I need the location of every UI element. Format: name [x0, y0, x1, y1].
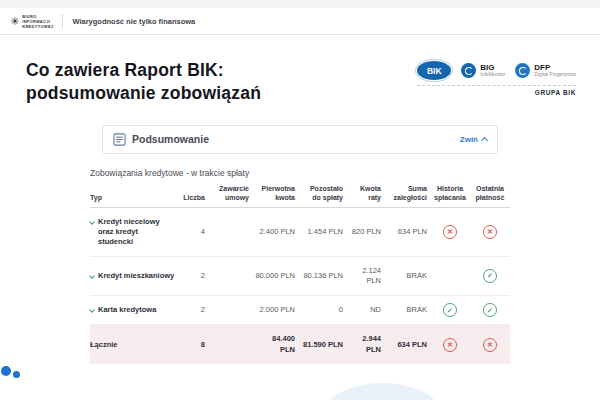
- cell-liczba: 2: [178, 262, 208, 290]
- col-header-zaleglosci: Suma zaległości: [384, 182, 430, 207]
- cell-pierwotna: 2.400 PLN: [252, 218, 298, 246]
- big-logo-icon: [461, 63, 476, 78]
- big-logo-subtitle: InfoMonitor: [480, 72, 505, 78]
- cell-zaleglosci: BRAK: [384, 262, 430, 290]
- cell-zawarcie: [208, 336, 252, 354]
- col-header-historia: Historia spłacania: [430, 182, 470, 207]
- col-header-pozostalo: Pozostało do spłaty: [298, 182, 346, 207]
- hero-section: Co zawiera Raport BIK: podsumowanie zobo…: [0, 35, 600, 105]
- brand-logos: BIK BIG InfoMonitor DFP Digital Fingerpr…: [417, 61, 576, 96]
- summary-panel-header[interactable]: Podsumowanie Zwiń: [102, 125, 498, 154]
- panel-title: Podsumowanie: [132, 133, 209, 145]
- total-label: Łącznie: [90, 340, 118, 350]
- col-header-liczba: Liczba: [178, 191, 208, 207]
- big-infomonitor-logo: BIG InfoMonitor: [461, 63, 505, 78]
- last-payment-status-icon: [483, 303, 497, 317]
- chevron-up-icon: [481, 136, 488, 143]
- cell-pozostalo: 80.136 PLN: [298, 262, 346, 290]
- page-top-margin: [0, 0, 600, 8]
- history-status-icon: [443, 338, 457, 352]
- collapse-label: Zwiń: [460, 135, 478, 144]
- bik-logo[interactable]: BIURO INFORMACJI KREDYTOWEJ: [10, 14, 53, 29]
- page-title: Co zawiera Raport BIK: podsumowanie zobo…: [26, 59, 261, 105]
- last-payment-status-icon: [483, 225, 497, 239]
- bik-logo-line: KREDYTOWEJ: [22, 24, 53, 29]
- row-type-label: Kredyt niecelowy oraz kredyt studencki: [98, 217, 175, 247]
- bik-logo-text: BIURO INFORMACJI KREDYTOWEJ: [22, 14, 53, 29]
- col-header-ostatnia: Ostatnia płatność: [470, 182, 510, 207]
- dfp-logo-icon: [515, 63, 530, 78]
- row-type-label: Kredyt mieszkaniowy: [98, 271, 174, 281]
- last-payment-status-icon: [483, 338, 497, 352]
- header-divider: [62, 14, 63, 28]
- carousel-dot[interactable]: [13, 371, 20, 378]
- row-type-label: Karta kredytowa: [98, 305, 156, 315]
- cell-zaleglosci: BRAK: [384, 296, 430, 324]
- cell-rata: ND: [346, 296, 384, 324]
- collapse-link[interactable]: Zwiń: [460, 135, 487, 144]
- history-status-icon: [443, 269, 457, 283]
- bik-logo-icon: [10, 16, 19, 27]
- cell-pierwotna: 2.000 PLN: [252, 296, 298, 324]
- section-title: Zobowiązania kredytowe - w trakcie spłat…: [90, 168, 510, 178]
- table-row: Kredyt mieszkaniowy 2 80.000 PLN 80.136 …: [90, 257, 510, 296]
- top-bar: BIURO INFORMACJI KREDYTOWEJ Wiarygodność…: [0, 8, 600, 35]
- table-header-row: Typ Liczba Zawarcie umowy Pierwotna kwot…: [90, 182, 510, 208]
- main-content: Podsumowanie Zwiń Zobowiązania kredytowe…: [90, 125, 510, 364]
- cell-rata: 2.124 PLN: [346, 257, 384, 295]
- cell-zawarcie: [208, 223, 252, 241]
- cell-zawarcie: [208, 267, 252, 285]
- col-header-typ: Typ: [90, 191, 178, 207]
- cell-pierwotna: 80.000 PLN: [252, 262, 298, 290]
- chevron-down-icon[interactable]: [89, 219, 95, 225]
- table-row: Karta kredytowa 2 2.000 PLN 0 ND BRAK: [90, 296, 510, 325]
- document-icon: [113, 133, 126, 146]
- cell-pozostalo: 0: [298, 296, 346, 324]
- table-total-row: Łącznie 8 84.400 PLN 81.590 PLN 2.944 PL…: [90, 325, 510, 363]
- liabilities-table: Typ Liczba Zawarcie umowy Pierwotna kwot…: [90, 182, 510, 364]
- header-tagline: Wiarygodność nie tylko finansowa: [72, 17, 195, 26]
- col-header-rata: Kwota raty: [346, 182, 384, 207]
- cell-rata: 820 PLN: [346, 218, 384, 246]
- decorative-ellipse: [325, 383, 440, 400]
- page-title-line1: Co zawiera Raport BIK:: [26, 60, 224, 80]
- chevron-down-icon[interactable]: [89, 307, 95, 313]
- dfp-logo-subtitle: Digital Fingerprints: [534, 72, 576, 78]
- cell-liczba: 8: [178, 331, 208, 359]
- col-header-zawarcie: Zawarcie umowy: [208, 182, 252, 207]
- bik-brand-badge: BIK: [417, 61, 451, 80]
- cell-zawarcie: [208, 301, 252, 319]
- grupa-bik-label: GRUPA BIK: [417, 85, 576, 96]
- last-payment-status-icon: [483, 269, 497, 283]
- carousel-dot[interactable]: [1, 366, 11, 376]
- cell-zaleglosci: 634 PLN: [384, 331, 430, 359]
- history-status-icon: [443, 225, 457, 239]
- cell-liczba: 4: [178, 218, 208, 246]
- cell-zaleglosci: 634 PLN: [384, 218, 430, 246]
- cell-pozostalo: 81.590 PLN: [298, 331, 346, 359]
- col-header-pierwotna: Pierwotna kwota: [252, 182, 298, 207]
- page-title-line2: podsumowanie zobowiązań: [26, 83, 261, 103]
- cell-pierwotna: 84.400 PLN: [252, 325, 298, 363]
- chevron-down-icon[interactable]: [89, 273, 95, 279]
- cell-pozostalo: 1.454 PLN: [298, 218, 346, 246]
- cell-rata: 2.944 PLN: [346, 325, 384, 363]
- dfp-logo: DFP Digital Fingerprints: [515, 63, 576, 78]
- cell-liczba: 2: [178, 296, 208, 324]
- history-status-icon: [443, 303, 457, 317]
- table-row: Kredyt niecelowy oraz kredyt studencki 4…: [90, 208, 510, 257]
- brand-logo-row: BIK BIG InfoMonitor DFP Digital Fingerpr…: [417, 61, 576, 80]
